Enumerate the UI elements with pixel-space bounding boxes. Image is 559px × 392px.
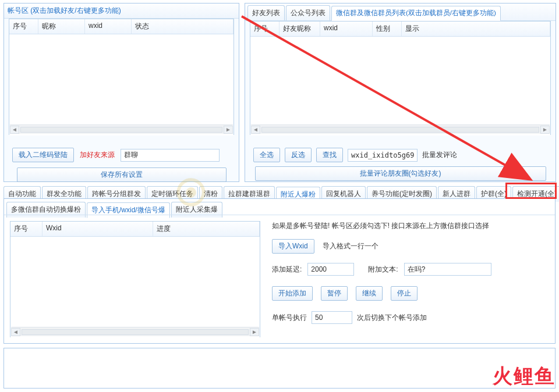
log-panel (3, 348, 556, 389)
add-friend-source-label: 加好友来源 (80, 150, 115, 160)
scroll-left-icon[interactable]: ◄ (251, 126, 260, 134)
col-seq: 序号 (250, 22, 280, 36)
friend-source-select[interactable] (121, 149, 220, 162)
friends-scrollbar[interactable]: ◄ ► (251, 124, 550, 134)
import-hint: 如果是多帐号登陆! 帐号区必须勾选下! 接口来源在上方微信群接口选择 (272, 221, 549, 231)
extra-text-label: 附加文本: (368, 265, 398, 275)
per-account-input[interactable] (312, 311, 352, 324)
friends-grid-body (250, 37, 550, 136)
account-scrollbar[interactable]: ◄ ► (10, 124, 233, 134)
col-nick: 好友昵称 (280, 22, 320, 36)
import-grid-body (10, 237, 260, 338)
account-grid[interactable]: 序号 昵称 wxid 状态 ◄ ► (9, 19, 234, 135)
account-grid-header: 序号 昵称 wxid 状态 (9, 19, 233, 34)
import-wxid-button[interactable]: 导入Wxid (272, 239, 314, 254)
load-qr-button[interactable]: 载入二维码登陆 (12, 148, 74, 162)
import-grid-header: 序号 Wxid 进度 (10, 222, 260, 237)
account-panel-title: 帐号区 (双击加载好友/右键更多功能) (4, 3, 239, 19)
batch-comment-label: 批量发评论 (422, 150, 457, 160)
pause-button[interactable]: 暂停 (321, 286, 348, 301)
stop-button[interactable]: 停止 (391, 286, 418, 301)
search-button[interactable]: 查找 (316, 148, 343, 162)
sub-panel: 多微信群自动切换爆粉导入手机/wxid/微信号爆附近人采集爆 序号 Wxid 进… (3, 198, 556, 344)
start-add-button[interactable]: 开始添加 (272, 286, 313, 301)
col-wxid: Wxid (43, 222, 153, 236)
account-panel: 帐号区 (双击加载好友/右键更多功能) 序号 昵称 wxid 状态 ◄ ► 载入… (3, 3, 239, 182)
extra-text-input[interactable] (404, 263, 491, 276)
scroll-right-icon[interactable]: ► (224, 126, 233, 134)
tab-gzh-list[interactable]: 公众号列表 (286, 5, 330, 20)
col-nick: 昵称 (38, 19, 85, 34)
select-all-button[interactable]: 全选 (253, 148, 280, 162)
import-controls: 如果是多帐号登陆! 帐号区必须勾选下! 接口来源在上方微信群接口选择 导入Wxi… (272, 221, 549, 324)
col-status: 状态 (132, 19, 233, 34)
save-all-button[interactable]: 保存所有设置 (17, 168, 227, 182)
search-input[interactable] (348, 149, 418, 162)
resume-button[interactable]: 继续 (356, 286, 383, 301)
col-wxid: wxid (85, 19, 132, 34)
import-grid[interactable]: 序号 Wxid 进度 ◄ ► (10, 221, 260, 337)
col-seq: 序号 (9, 19, 38, 34)
scroll-left-icon[interactable]: ◄ (10, 126, 19, 134)
delay-input[interactable] (307, 263, 354, 276)
watermark-text: 火鲤鱼 (493, 363, 556, 390)
tab-friends-list[interactable]: 好友列表 (247, 5, 285, 20)
friends-grid[interactable]: 序号 好友昵称 wxid 性别 显示 ◄ ► (250, 21, 551, 135)
col-progress: 进度 (153, 222, 260, 236)
delay-label: 添加延迟: (272, 265, 302, 275)
per-account-hint: 次后切换下个帐号添加 (357, 313, 427, 323)
import-format-hint: 导入格式一行一个 (323, 241, 378, 251)
import-scrollbar[interactable]: ◄ ► (11, 327, 259, 336)
col-sex: 性别 (373, 22, 402, 36)
friends-panel: 好友列表 公众号列表 微信群及微信群员列表(双击加载群员/右键更多功能) 序号 … (245, 3, 556, 182)
scroll-thumb[interactable] (22, 329, 249, 335)
per-account-label: 单帐号执行 (272, 313, 307, 323)
scroll-left-icon[interactable]: ◄ (11, 328, 20, 336)
tab-group-list[interactable]: 微信群及微信群员列表(双击加载群员/右键更多功能) (331, 6, 501, 21)
col-seq: 序号 (10, 222, 43, 236)
batch-comment-button[interactable]: 批量评论朋友圈(勾选好友) (255, 166, 546, 181)
scroll-thumb[interactable] (261, 127, 539, 133)
scroll-right-icon[interactable]: ► (250, 328, 259, 336)
friends-grid-header: 序号 好友昵称 wxid 性别 显示 (250, 22, 550, 37)
scroll-right-icon[interactable]: ► (540, 126, 550, 134)
col-wxid: wxid (320, 22, 373, 36)
account-grid-body (9, 34, 233, 136)
col-display: 显示 (402, 22, 550, 36)
invert-select-button[interactable]: 反选 (285, 148, 312, 162)
scroll-thumb[interactable] (20, 127, 222, 133)
